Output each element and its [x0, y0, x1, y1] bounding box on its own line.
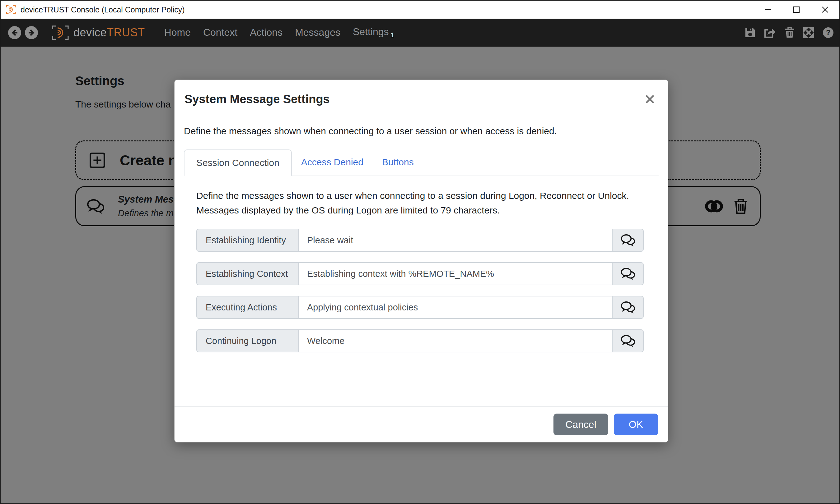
tab-buttons[interactable]: Buttons [373, 149, 423, 176]
tab-access-denied[interactable]: Access Denied [292, 149, 373, 176]
row-establishing-identity: Establishing Identity [196, 229, 644, 252]
nav-item-context[interactable]: Context [203, 27, 237, 38]
nav-menu: Home Context Actions Messages Settings1 [164, 26, 394, 39]
row-executing-actions: Executing Actions [196, 296, 644, 319]
devicetrust-logo-icon [51, 25, 70, 40]
message-preview-button-executing-actions[interactable] [613, 296, 644, 319]
modal-description: Define the messages shown when connectin… [184, 126, 658, 137]
maximize-button[interactable] [782, 1, 811, 19]
app-window: deviceTRUST Console (Local Computer Poli… [0, 0, 840, 504]
message-preview-button-continuing-logon[interactable] [613, 329, 644, 353]
settings-badge: 1 [391, 31, 394, 39]
delete-button[interactable] [784, 27, 795, 38]
export-icon [764, 27, 776, 38]
minimize-button[interactable] [754, 1, 782, 19]
input-label-executing-actions: Executing Actions [196, 296, 299, 319]
cancel-button[interactable]: Cancel [553, 414, 608, 435]
row-continuing-logon: Continuing Logon [196, 329, 644, 353]
close-button[interactable] [811, 1, 839, 19]
message-preview-button-establishing-context[interactable] [613, 262, 644, 285]
message-preview-button-establishing-identity[interactable] [613, 229, 644, 252]
input-label-establishing-context: Establishing Context [196, 262, 299, 285]
pane-description: Define the messages shown to a user when… [196, 188, 632, 217]
save-icon [744, 27, 756, 38]
expand-icon [803, 27, 815, 38]
input-label-continuing-logon: Continuing Logon [196, 329, 299, 353]
modal-close-button[interactable] [643, 92, 657, 106]
message-input-establishing-context[interactable] [299, 262, 613, 285]
message-input-continuing-logon[interactable] [299, 329, 613, 353]
tab-session-connection[interactable]: Session Connection [184, 149, 292, 176]
back-button[interactable] [8, 26, 21, 39]
message-input-establishing-identity[interactable] [299, 229, 613, 252]
export-button[interactable] [764, 27, 776, 38]
messages-icon [620, 233, 636, 248]
expand-button[interactable] [803, 27, 815, 38]
modal-title: System Message Settings [185, 93, 330, 106]
help-button[interactable]: ? [822, 26, 835, 39]
input-label-establishing-identity: Establishing Identity [196, 229, 299, 252]
nav-item-messages[interactable]: Messages [295, 27, 340, 38]
save-button[interactable] [744, 27, 756, 38]
trash-icon [784, 27, 795, 38]
messages-icon [620, 300, 636, 315]
modal-body: Define the messages shown when connectin… [174, 115, 668, 406]
forward-button[interactable] [25, 26, 38, 39]
nav-item-settings[interactable]: Settings1 [353, 26, 394, 39]
messages-icon [620, 266, 636, 281]
modal-header: System Message Settings [174, 80, 668, 115]
nav-item-actions[interactable]: Actions [250, 27, 282, 38]
navbar: deviceTRUST Home Context Actions Message… [1, 19, 839, 47]
svg-text:?: ? [826, 28, 831, 37]
row-establishing-context: Establishing Context [196, 262, 644, 285]
titlebar: deviceTRUST Console (Local Computer Poli… [1, 1, 839, 19]
ok-button[interactable]: OK [614, 414, 658, 435]
tab-bar: Session Connection Access Denied Buttons [184, 149, 658, 176]
app-icon [5, 4, 16, 15]
window-title: deviceTRUST Console (Local Computer Poli… [20, 5, 185, 14]
messages-icon [620, 334, 636, 348]
system-message-settings-dialog: System Message Settings Define the messa… [174, 79, 668, 443]
close-icon [645, 94, 655, 104]
message-input-executing-actions[interactable] [299, 296, 613, 319]
nav-item-home[interactable]: Home [164, 27, 191, 38]
session-connection-pane: Define the messages shown to a user when… [184, 176, 658, 353]
brand[interactable]: deviceTRUST [51, 25, 145, 40]
content-area: Settings The settings below cha Create n… [1, 47, 839, 503]
help-icon: ? [822, 26, 835, 39]
modal-footer: Cancel OK [174, 406, 668, 442]
brand-text: deviceTRUST [73, 26, 145, 39]
